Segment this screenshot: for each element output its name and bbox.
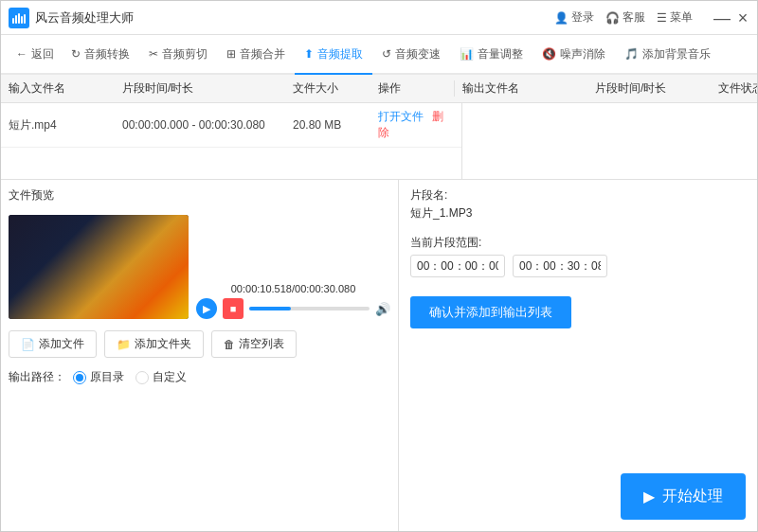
cell-time: 00:00:00.000 - 00:00:30.080: [122, 118, 293, 132]
svg-rect-1: [15, 15, 17, 24]
header-input-time: 片段时间/时长: [122, 80, 293, 97]
cut-icon: ✂: [149, 47, 158, 61]
tab-denoise[interactable]: 🔇 噪声消除: [532, 35, 615, 75]
file-icon: 📄: [21, 338, 35, 351]
radio-original-circle: [73, 371, 86, 384]
table-row: 短片.mp4 00:00:00.000 - 00:00:30.080 20.80…: [1, 103, 461, 148]
header-input-op: 操作: [378, 80, 454, 97]
table-body: 短片.mp4 00:00:00.000 - 00:00:30.080 20.80…: [1, 103, 757, 179]
time-display: 00:00:10.518/00:00:30.080: [196, 283, 390, 294]
menu-button[interactable]: ☰ 菜单: [657, 9, 693, 26]
svg-rect-3: [21, 16, 23, 24]
add-file-button[interactable]: 📄 添加文件: [9, 330, 97, 358]
tab-bgm[interactable]: 🎵 添加背景音乐: [615, 35, 720, 75]
preview-label: 文件预览: [9, 187, 390, 204]
user-icon: 👤: [554, 11, 568, 25]
volume-icon[interactable]: 🔊: [375, 302, 390, 316]
segment-range-label: 当前片段范围:: [410, 235, 746, 251]
play-button[interactable]: ▶: [196, 298, 217, 319]
main-window: 风云音频处理大师 👤 登录 🎧 客服 ☰ 菜单 — × ← 返回: [0, 0, 758, 532]
segment-name-label: 片段名:: [410, 187, 746, 204]
table-header: 输入文件名 片段时间/时长 文件大小 操作 输出文件名 片段时间/时长 文件状态…: [1, 75, 757, 103]
bottom-section: 文件预览 00:00:10.518/00:00:30.080 ▶ ■: [1, 180, 757, 531]
action-buttons: 📄 添加文件 📁 添加文件夹 🗑 清空列表: [9, 330, 390, 358]
progress-fill: [249, 307, 291, 310]
cell-op: 打开文件 删除: [378, 109, 454, 141]
segment-range-section: 当前片段范围:: [410, 229, 746, 277]
radio-original-dot: [76, 374, 83, 381]
output-table-body: [462, 103, 757, 179]
radio-custom-circle: [135, 371, 149, 384]
confirm-add-button[interactable]: 确认并添加到输出列表: [410, 296, 571, 328]
back-arrow-icon: ←: [16, 47, 27, 61]
headphone-icon: 🎧: [605, 11, 620, 25]
login-button[interactable]: 👤 登录: [554, 9, 594, 26]
radio-group: 原目录 自定义: [73, 369, 187, 385]
header-output-status: 文件状态: [718, 80, 757, 97]
nav-bar: ← 返回 ↻ 音频转换 ✂ 音频剪切 ⊞ 音频合并 ⬆ 音频提取 ↺ 音频变速 …: [1, 35, 757, 75]
start-button[interactable]: ▶ 开始处理: [621, 473, 746, 520]
right-panel: 片段名: 短片_1.MP3 当前片段范围: 确认并添加到输出列表 ▶ 开始处理: [399, 180, 757, 531]
app-logo-area: 风云音频处理大师: [9, 8, 554, 28]
svg-rect-0: [12, 18, 14, 24]
input-table-body: 短片.mp4 00:00:00.000 - 00:00:30.080 20.80…: [1, 103, 462, 179]
segment-name-value: 短片_1.MP3: [410, 205, 746, 222]
radio-original[interactable]: 原目录: [73, 369, 124, 385]
left-panel: 文件预览 00:00:10.518/00:00:30.080 ▶ ■: [1, 180, 399, 531]
progress-bar[interactable]: [249, 307, 370, 310]
title-bar: 风云音频处理大师 👤 登录 🎧 客服 ☰ 菜单 — ×: [1, 1, 757, 35]
output-path: 输出路径： 原目录 自定义: [9, 369, 390, 385]
main-content: 输入文件名 片段时间/时长 文件大小 操作 输出文件名 片段时间/时长 文件状态…: [1, 75, 757, 531]
volume-icon-nav: 📊: [460, 47, 474, 61]
cell-filename: 短片.mp4: [9, 117, 122, 133]
header-input-filename: 输入文件名: [9, 80, 122, 97]
open-file-link[interactable]: 打开文件: [378, 110, 424, 123]
cell-size: 20.80 MB: [293, 118, 378, 132]
add-folder-button[interactable]: 📁 添加文件夹: [104, 330, 204, 358]
trash-icon: 🗑: [224, 338, 235, 351]
app-logo-icon: [9, 8, 29, 28]
svg-rect-2: [18, 13, 20, 24]
denoise-icon: 🔇: [542, 47, 556, 61]
video-preview: [9, 215, 189, 319]
tab-merge[interactable]: ⊞ 音频合并: [217, 35, 295, 75]
title-actions: 👤 登录 🎧 客服 ☰ 菜单 — ×: [554, 9, 749, 26]
end-time-input[interactable]: [513, 255, 607, 277]
convert-icon: ↻: [71, 47, 81, 61]
back-button[interactable]: ← 返回: [9, 46, 62, 62]
table-header-right: 输出文件名 片段时间/时长 文件状态 操作: [454, 80, 757, 97]
segment-name-section: 片段名: 短片_1.MP3: [410, 187, 746, 222]
extract-icon: ⬆: [304, 47, 314, 61]
radio-custom[interactable]: 自定义: [135, 369, 187, 385]
range-inputs: [410, 255, 746, 277]
header-output-time: 片段时间/时长: [595, 80, 718, 97]
table-area: 输入文件名 片段时间/时长 文件大小 操作 输出文件名 片段时间/时长 文件状态…: [1, 75, 757, 180]
start-time-input[interactable]: [410, 255, 505, 277]
radio-custom-label: 自定义: [153, 369, 187, 385]
close-button[interactable]: ×: [736, 11, 749, 25]
change-icon: ↺: [382, 47, 391, 61]
app-title: 风云音频处理大师: [35, 9, 134, 27]
start-play-icon: ▶: [643, 488, 655, 505]
tab-volume[interactable]: 📊 音量调整: [450, 35, 532, 75]
tab-cut[interactable]: ✂ 音频剪切: [139, 35, 217, 75]
tab-change[interactable]: ↺ 音频变速: [372, 35, 450, 75]
tab-extract[interactable]: ⬆ 音频提取: [295, 35, 372, 75]
service-button[interactable]: 🎧 客服: [605, 9, 645, 26]
output-path-label: 输出路径：: [9, 369, 65, 385]
clear-list-button[interactable]: 🗑 清空列表: [211, 330, 297, 358]
minimize-button[interactable]: —: [715, 11, 729, 25]
radio-original-label: 原目录: [90, 369, 124, 385]
merge-icon: ⊞: [226, 47, 236, 61]
bgm-icon: 🎵: [624, 47, 639, 61]
folder-icon: 📁: [117, 338, 131, 351]
window-controls: — ×: [715, 11, 749, 25]
table-header-left: 输入文件名 片段时间/时长 文件大小 操作: [9, 80, 454, 97]
stop-button[interactable]: ■: [223, 298, 244, 319]
header-output-filename: 输出文件名: [462, 80, 595, 97]
tab-convert[interactable]: ↻ 音频转换: [62, 35, 139, 75]
menu-icon: ☰: [657, 11, 667, 25]
preview-row: 00:00:10.518/00:00:30.080 ▶ ■ 🔊: [9, 215, 390, 319]
svg-rect-4: [24, 14, 26, 24]
playback-controls: ▶ ■ 🔊: [196, 298, 390, 319]
